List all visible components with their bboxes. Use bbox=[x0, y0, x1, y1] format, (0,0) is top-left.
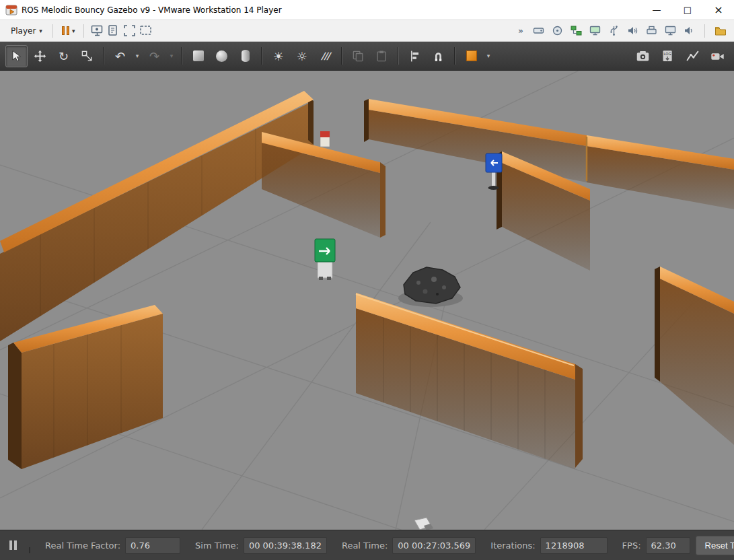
insert-point-light-button[interactable]: ☀ bbox=[267, 45, 289, 67]
vmware-toolbar: Player ▾ ▾ bbox=[0, 20, 734, 42]
rotate-tool-button[interactable]: ↻ bbox=[52, 45, 75, 67]
select-tool-button[interactable] bbox=[5, 45, 28, 67]
fps-label: FPS: bbox=[622, 540, 641, 551]
display-icon bbox=[665, 25, 676, 36]
insert-directional-light-button[interactable]: /// bbox=[314, 45, 336, 67]
svg-text:LOG: LOG bbox=[664, 52, 671, 56]
reset-time-button[interactable]: Reset Time bbox=[696, 536, 734, 555]
insert-box-button[interactable] bbox=[187, 45, 209, 67]
pause-icon bbox=[9, 540, 12, 550]
redo-history-button[interactable]: ▾ bbox=[167, 45, 176, 67]
printer-status[interactable] bbox=[643, 23, 659, 39]
printer-icon bbox=[646, 25, 657, 36]
network-adapter-status[interactable] bbox=[568, 23, 584, 39]
display-icon bbox=[589, 25, 601, 36]
view-angle-button[interactable] bbox=[460, 45, 482, 67]
speaker-icon bbox=[684, 25, 695, 36]
insert-sphere-button[interactable] bbox=[211, 45, 233, 67]
maximize-button[interactable]: □ bbox=[672, 0, 703, 20]
separator bbox=[181, 47, 182, 65]
translate-tool-button[interactable] bbox=[29, 45, 51, 67]
copy-button[interactable] bbox=[347, 45, 369, 67]
log-recording-button[interactable]: LOG bbox=[657, 45, 679, 67]
copy-icon bbox=[352, 50, 365, 63]
box-icon bbox=[193, 50, 204, 61]
screenshot-button[interactable] bbox=[632, 45, 654, 67]
redo-icon: ↷ bbox=[149, 49, 159, 63]
vm-library-button[interactable] bbox=[712, 23, 729, 39]
separator bbox=[83, 24, 84, 38]
move-icon bbox=[34, 50, 46, 63]
gazebo-toolbar: ↻ ↶ ▾ ↷ ▾ ☀ bbox=[0, 42, 734, 71]
align-tool-button[interactable] bbox=[404, 45, 426, 67]
log-icon: LOG bbox=[661, 49, 675, 63]
separator bbox=[261, 47, 262, 65]
scale-tool-button[interactable] bbox=[76, 45, 98, 67]
chevron-down-icon: ▾ bbox=[39, 28, 42, 34]
directional-light-icon: /// bbox=[321, 50, 329, 61]
separator bbox=[398, 47, 399, 65]
separator bbox=[704, 24, 705, 38]
insert-spot-light-button[interactable]: ☼ bbox=[291, 45, 313, 67]
toolbar-overflow-chevron[interactable]: » bbox=[514, 26, 527, 36]
separator bbox=[103, 47, 104, 65]
minimize-button[interactable]: — bbox=[641, 0, 672, 20]
unity-mode-button[interactable] bbox=[137, 23, 153, 39]
hard-disk-status[interactable] bbox=[530, 23, 546, 39]
fullscreen-icon bbox=[123, 24, 136, 37]
redo-button[interactable]: ↷ bbox=[143, 45, 166, 67]
network-icon bbox=[571, 25, 582, 36]
usb-status[interactable] bbox=[605, 23, 622, 39]
point-light-icon: ☀ bbox=[272, 49, 283, 63]
vmware-window: ROS Melodic Bouncy Gazebo v9 - VMware Wo… bbox=[0, 0, 734, 560]
real-time-label: Real Time: bbox=[342, 540, 388, 551]
vm-pause-button[interactable]: ▾ bbox=[58, 24, 79, 37]
undo-icon: ↶ bbox=[115, 49, 125, 63]
speaker-icon bbox=[627, 25, 638, 36]
undo-button[interactable]: ↶ bbox=[109, 45, 131, 67]
sound-status[interactable] bbox=[624, 23, 640, 39]
cd-rom-status[interactable] bbox=[549, 23, 565, 39]
plot-window-button[interactable] bbox=[682, 45, 704, 67]
window-title: ROS Melodic Bouncy Gazebo v9 - VMware Wo… bbox=[22, 5, 282, 15]
traffic-sign-red[interactable] bbox=[320, 131, 330, 147]
iterations-value: 1218908 bbox=[540, 537, 608, 554]
chevron-down-icon: ▾ bbox=[487, 53, 490, 59]
second-display-status[interactable] bbox=[662, 23, 678, 39]
usb-icon bbox=[608, 25, 620, 36]
real-time-value: 00 00:27:03.569 bbox=[392, 537, 476, 554]
paste-button[interactable] bbox=[371, 45, 393, 67]
pause-icon bbox=[62, 26, 69, 35]
chevron-down-icon: ▾ bbox=[136, 53, 139, 59]
camera-icon bbox=[636, 49, 650, 63]
magnet-icon bbox=[432, 50, 445, 63]
insert-cylinder-button[interactable] bbox=[234, 45, 256, 67]
player-menu[interactable]: Player ▾ bbox=[5, 24, 48, 38]
real-time-factor-label: Real Time Factor: bbox=[45, 540, 120, 551]
undo-history-button[interactable]: ▾ bbox=[133, 45, 142, 67]
traffic-sign-green[interactable] bbox=[315, 239, 335, 280]
snap-tool-button[interactable] bbox=[427, 45, 449, 67]
snapshot-button[interactable] bbox=[105, 23, 121, 39]
real-time-factor-value: 0.76 bbox=[125, 537, 180, 554]
send-ctrl-alt-del-button[interactable] bbox=[89, 23, 105, 39]
plot-icon bbox=[686, 49, 700, 63]
hard-disk-icon bbox=[533, 25, 544, 36]
sim-time-value: 00 00:39:38.182 bbox=[244, 537, 327, 554]
display-status[interactable] bbox=[587, 23, 603, 39]
gazebo-3d-viewport[interactable] bbox=[0, 71, 734, 530]
close-button[interactable]: × bbox=[703, 0, 734, 20]
video-recording-button[interactable] bbox=[706, 45, 729, 67]
sim-pause-button[interactable] bbox=[7, 538, 20, 553]
view-angle-dropdown[interactable]: ▾ bbox=[484, 45, 493, 67]
sim-time-label: Sim Time: bbox=[195, 540, 239, 551]
cursor-arrow-icon bbox=[10, 50, 23, 63]
window-frame-icon bbox=[139, 24, 152, 37]
fullscreen-button[interactable] bbox=[121, 23, 137, 39]
status-bar: Real Time Factor: 0.76 Sim Time: 00 00:3… bbox=[0, 530, 734, 560]
sim-step-button[interactable] bbox=[29, 547, 30, 553]
iterations-label: Iterations: bbox=[490, 540, 535, 551]
folder-icon bbox=[714, 25, 727, 37]
video-camera-icon bbox=[710, 49, 725, 63]
second-sound-status[interactable] bbox=[681, 23, 697, 39]
